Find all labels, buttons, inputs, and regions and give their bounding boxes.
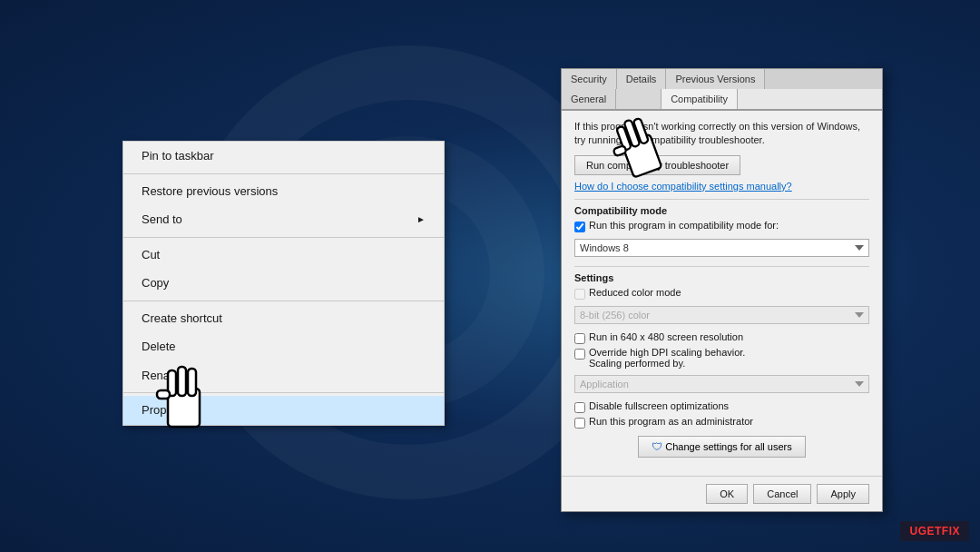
dialog-footer: OK Cancel Apply: [562, 476, 882, 511]
run-640-label: Run in 640 x 480 screen resolution: [589, 331, 743, 342]
tab-details[interactable]: Details: [617, 69, 667, 89]
ctx-create-shortcut[interactable]: Create shortcut: [123, 304, 444, 333]
tab-previous-versions[interactable]: Previous Versions: [666, 69, 765, 89]
ctx-send-to-arrow-icon: ►: [416, 212, 426, 226]
settings-section-label: Settings: [574, 272, 869, 283]
watermark: UGETFIX: [900, 521, 969, 541]
ok-button[interactable]: OK: [706, 484, 748, 504]
tab-compatibility[interactable]: Compatibility: [662, 89, 738, 109]
color-dropdown[interactable]: 8-bit (256) color: [574, 306, 869, 324]
change-settings-label: Change settings for all users: [665, 441, 791, 452]
override-dpi-checkbox[interactable]: [574, 349, 585, 360]
cursor-hand-1: [150, 361, 213, 439]
dialog-tabs-row1: Security Details Previous Versions: [562, 69, 882, 89]
disable-fullscreen-label: Disable fullscreen optimizations: [589, 400, 729, 411]
cancel-button[interactable]: Cancel: [753, 484, 811, 504]
ctx-separator-1: [123, 173, 444, 174]
ctx-send-to[interactable]: Send to ►: [123, 205, 444, 234]
change-settings-button[interactable]: 🛡 Change settings for all users: [638, 436, 805, 458]
override-dpi-row: Override high DPI scaling behavior.Scali…: [574, 347, 869, 369]
run-640-checkbox[interactable]: [574, 333, 585, 344]
compat-checkbox[interactable]: [574, 222, 585, 232]
svg-rect-3: [188, 369, 196, 396]
ctx-separator-3: [123, 301, 444, 301]
run-admin-label: Run this program as an administrator: [589, 416, 753, 427]
dialog-tabs-row2: General Compatibility: [562, 89, 882, 111]
ctx-pin-taskbar-label: Pin to taskbar: [142, 147, 214, 165]
compat-checkbox-label: Run this program in compatibility mode f…: [589, 220, 779, 231]
ctx-copy-label: Copy: [142, 274, 169, 292]
ctx-delete[interactable]: Delete: [123, 332, 444, 361]
reduced-color-row: Reduced color mode: [574, 287, 869, 300]
run-640-row: Run in 640 x 480 screen resolution: [574, 331, 869, 344]
ctx-pin-taskbar[interactable]: Pin to taskbar: [123, 142, 444, 171]
dpi-dropdown[interactable]: Application: [574, 375, 869, 393]
disable-fullscreen-checkbox[interactable]: [574, 402, 585, 413]
ctx-cut-label: Cut: [142, 246, 160, 264]
run-admin-checkbox[interactable]: [574, 418, 585, 429]
ctx-delete-label: Delete: [142, 338, 176, 356]
disable-fullscreen-row: Disable fullscreen optimizations: [574, 400, 869, 413]
tab-security[interactable]: Security: [562, 69, 617, 89]
ctx-restore-versions-label: Restore previous versions: [142, 182, 278, 201]
compat-section: Compatibility mode Run this program in c…: [574, 199, 869, 264]
compat-checkbox-row: Run this program in compatibility mode f…: [574, 220, 869, 232]
compat-section-label: Compatibility mode: [574, 205, 869, 216]
run-admin-row: Run this program as an administrator: [574, 416, 869, 429]
ctx-send-to-label: Send to: [142, 211, 182, 229]
override-dpi-label: Override high DPI scaling behavior.Scali…: [589, 347, 745, 369]
settings-section: Settings Reduced color mode 8-bit (256) …: [574, 266, 869, 429]
tab-shortcut[interactable]: [616, 89, 662, 109]
reduced-color-label: Reduced color mode: [589, 287, 681, 298]
ctx-create-shortcut-label: Create shortcut: [142, 310, 222, 328]
ctx-separator-2: [123, 237, 444, 238]
apply-button[interactable]: Apply: [817, 484, 869, 504]
compat-dropdown[interactable]: Windows 8 Windows 7 Windows Vista Window…: [574, 239, 869, 257]
shield-icon: 🛡: [652, 440, 662, 453]
change-settings-area: 🛡 Change settings for all users: [574, 436, 869, 458]
watermark-white: UGET: [909, 525, 941, 537]
reduced-color-checkbox[interactable]: [574, 289, 585, 300]
watermark-red: FIX: [942, 525, 960, 537]
svg-rect-4: [157, 390, 170, 399]
ctx-restore-versions[interactable]: Restore previous versions: [123, 177, 444, 206]
ctx-copy[interactable]: Copy: [123, 269, 444, 298]
svg-rect-2: [178, 367, 186, 396]
tab-general[interactable]: General: [562, 89, 616, 109]
dialog-content: If this program isn't working correctly …: [562, 111, 882, 472]
ctx-cut[interactable]: Cut: [123, 241, 444, 270]
